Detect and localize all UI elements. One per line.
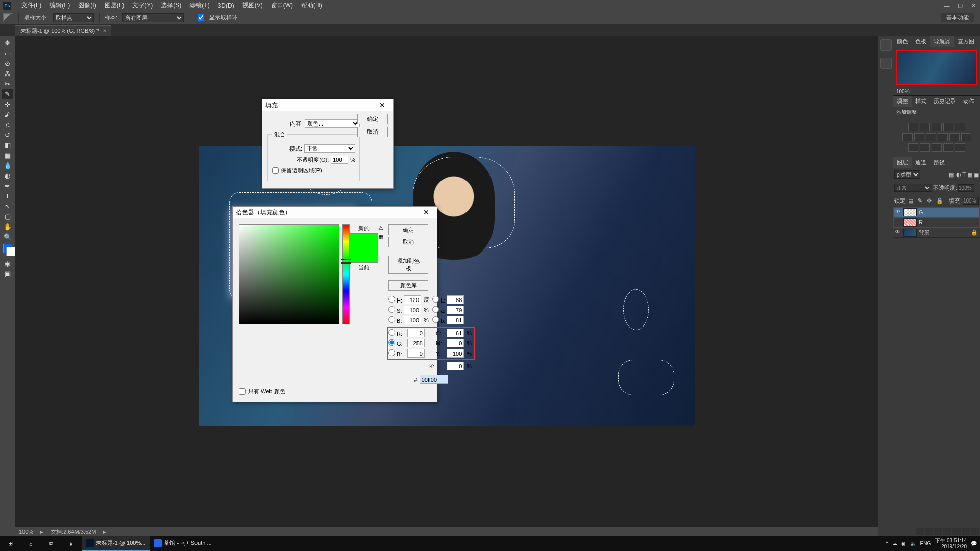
add-swatch-button[interactable]: 添加到色板: [388, 256, 428, 274]
a-input[interactable]: [447, 306, 464, 314]
opacity-input[interactable]: [331, 156, 348, 164]
lab-b-input[interactable]: [447, 316, 464, 324]
new-group-icon[interactable]: [952, 528, 961, 535]
history-brush-icon[interactable]: ↺: [2, 130, 13, 140]
adj-icon[interactable]: [908, 123, 918, 131]
web-only-checkbox[interactable]: [239, 388, 246, 395]
close-icon[interactable]: ✕: [375, 101, 390, 109]
adj-icon[interactable]: [920, 143, 930, 152]
adj-icon[interactable]: [943, 123, 953, 131]
show-ring-checkbox[interactable]: [198, 14, 204, 21]
maximize-button[interactable]: ▢: [953, 0, 967, 11]
adj-icon[interactable]: [920, 123, 930, 131]
tab-adjustments[interactable]: 调整: [893, 96, 912, 107]
path-select-icon[interactable]: ↖: [2, 201, 13, 211]
dodge-tool-icon[interactable]: ◐: [2, 170, 13, 181]
fill-dialog-titlebar[interactable]: 填充 ✕: [262, 99, 393, 111]
s-input[interactable]: [404, 306, 421, 314]
new-adjustment-icon[interactable]: [943, 528, 951, 535]
tray-up-icon[interactable]: ˄: [886, 541, 888, 546]
type-tool-icon[interactable]: T: [2, 191, 13, 201]
layer-filter-select[interactable]: ρ 类型: [894, 170, 920, 179]
l-input[interactable]: [447, 295, 464, 304]
menu-file[interactable]: 文件(F): [17, 1, 45, 10]
stamp-tool-icon[interactable]: ⎌: [2, 119, 13, 130]
dock-icon-2[interactable]: [880, 58, 892, 69]
menu-help[interactable]: 帮助(H): [297, 1, 326, 10]
adj-icon[interactable]: [908, 143, 918, 152]
zoom-tool-icon[interactable]: 🔍: [2, 232, 13, 242]
sample-size-select[interactable]: 取样点: [53, 13, 94, 22]
hex-input[interactable]: [420, 375, 448, 384]
color-libraries-button[interactable]: 颜色库: [388, 280, 428, 291]
tab-color[interactable]: 颜色: [893, 36, 912, 47]
fx-icon[interactable]: [925, 528, 933, 535]
fill-input[interactable]: [963, 197, 979, 205]
adj-icon[interactable]: [955, 143, 965, 152]
current-tool-icon[interactable]: [3, 13, 13, 22]
eraser-tool-icon[interactable]: ◧: [2, 140, 13, 150]
tab-paths[interactable]: 路径: [930, 157, 948, 168]
pen-tool-icon[interactable]: ✒: [2, 181, 13, 191]
mode-select[interactable]: 正常: [304, 144, 355, 153]
link-layers-icon[interactable]: [916, 528, 924, 535]
tray-lang[interactable]: ENG: [920, 541, 932, 546]
adj-icon[interactable]: [932, 123, 942, 131]
l-radio[interactable]: [432, 296, 439, 303]
tray-steam-icon[interactable]: ◉: [901, 541, 906, 546]
delete-layer-icon[interactable]: [971, 528, 979, 535]
menu-select[interactable]: 选择(S): [157, 1, 185, 10]
adj-icon[interactable]: [961, 133, 971, 141]
quickmask-icon[interactable]: ◉: [2, 258, 13, 268]
notification-center-icon[interactable]: 💬: [971, 541, 977, 546]
taskbar-app-browser[interactable]: 茶馆 - 南+ South ...: [150, 536, 215, 551]
tab-history[interactable]: 历史记录: [930, 96, 960, 107]
cancel-button[interactable]: 取消: [388, 237, 428, 247]
shape-tool-icon[interactable]: ▢: [2, 211, 13, 221]
tab-layers[interactable]: 图层: [893, 157, 912, 168]
blue-input[interactable]: [407, 349, 425, 358]
cancel-button[interactable]: 取消: [357, 127, 388, 137]
websafe-warning-icon[interactable]: ▦: [378, 233, 385, 240]
blur-tool-icon[interactable]: 💧: [2, 160, 13, 170]
tab-navigator[interactable]: 导航器: [930, 36, 954, 47]
lab-b-radio[interactable]: [432, 316, 439, 323]
adj-icon[interactable]: [955, 123, 965, 131]
expand-icon[interactable]: ▸: [40, 529, 43, 535]
opacity-input[interactable]: [958, 184, 974, 192]
k-input[interactable]: [447, 362, 464, 370]
foreground-color[interactable]: [3, 244, 12, 253]
adj-icon[interactable]: [949, 133, 960, 141]
h-radio[interactable]: [388, 296, 395, 303]
crop-tool-icon[interactable]: ✂: [2, 79, 13, 89]
close-button[interactable]: ✕: [967, 0, 980, 11]
saturation-value-box[interactable]: [239, 224, 339, 324]
dock-icon-1[interactable]: [880, 39, 892, 51]
tab-styles[interactable]: 样式: [912, 96, 930, 107]
r-radio[interactable]: [388, 329, 395, 336]
navigator-thumbnail[interactable]: [896, 50, 977, 85]
close-icon[interactable]: ✕: [419, 208, 434, 216]
zoom-level[interactable]: 100%: [19, 529, 33, 535]
r-input[interactable]: [407, 329, 425, 337]
h-input[interactable]: [404, 295, 421, 304]
s-radio[interactable]: [388, 306, 395, 313]
c-input[interactable]: [447, 329, 464, 337]
layer-row-g[interactable]: 👁 G: [893, 207, 980, 217]
y-input[interactable]: [447, 349, 464, 358]
wand-tool-icon[interactable]: ⁂: [2, 68, 13, 79]
bright-input[interactable]: [404, 316, 421, 324]
bright-radio[interactable]: [388, 316, 395, 323]
adj-icon[interactable]: [902, 133, 913, 141]
sample-select[interactable]: 所有图层: [122, 13, 184, 22]
g-radio[interactable]: [388, 339, 395, 346]
m-input[interactable]: [447, 339, 464, 347]
tray-volume-icon[interactable]: 🔈: [910, 541, 916, 546]
preserve-trans-checkbox[interactable]: [272, 167, 279, 174]
tab-actions[interactable]: 动作: [960, 96, 978, 107]
layer-row-background[interactable]: 👁 背景 🔒: [893, 228, 980, 238]
taskbar-clock[interactable]: 下午 03:51:14 2019/12/20: [935, 538, 967, 550]
menu-image[interactable]: 图像(I): [74, 1, 100, 10]
content-select[interactable]: 颜色...: [305, 119, 360, 128]
blue-radio[interactable]: [388, 349, 395, 356]
